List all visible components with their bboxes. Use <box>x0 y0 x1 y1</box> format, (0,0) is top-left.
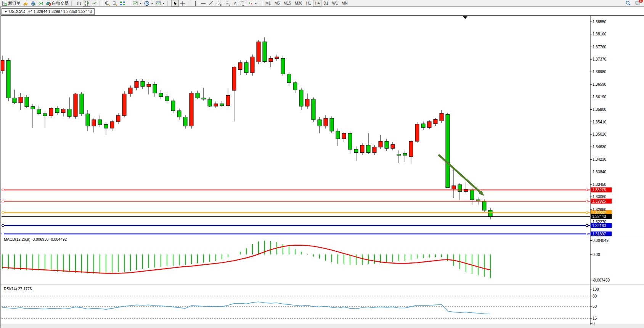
periods-button[interactable] <box>143 0 154 6</box>
horizontal-lines[interactable]: 1.332761.329251.325621.321601.318971.324… <box>2 187 612 236</box>
timeframe-h1-button[interactable]: H1 <box>304 0 313 6</box>
zoom-in-button[interactable] <box>103 0 111 6</box>
svg-text:1.37760: 1.37760 <box>593 45 607 49</box>
svg-text:0.00: 0.00 <box>593 253 600 257</box>
svg-text:50: 50 <box>593 304 597 309</box>
timeframe-d1-button[interactable]: D1 <box>321 0 330 6</box>
svg-text:A: A <box>234 1 237 6</box>
svg-text:1.38160: 1.38160 <box>593 32 607 36</box>
clock-icon <box>144 1 149 6</box>
svg-text:1.33276: 1.33276 <box>592 188 606 192</box>
horizontal-line-tool-button[interactable] <box>199 0 207 6</box>
fibonacci-tool-button[interactable]: F <box>223 0 231 6</box>
search-icon <box>625 0 631 6</box>
candlestick-chart-icon <box>84 1 89 6</box>
timeframe-mn-button[interactable]: MN <box>340 0 350 6</box>
cursor-tool-button[interactable] <box>171 0 179 6</box>
zoom-out-button[interactable] <box>111 0 119 6</box>
text-tool-icon: A <box>233 1 238 6</box>
shift-marker-icon <box>463 16 467 19</box>
svg-text:15: 15 <box>593 316 597 320</box>
fibonacci-icon: F <box>224 1 230 6</box>
terminal-icon <box>38 1 43 6</box>
tile-windows-button[interactable] <box>119 0 126 6</box>
svg-text:1.35410: 1.35410 <box>593 120 607 124</box>
toolbar-separator <box>188 1 191 6</box>
collapse-triangle-icon <box>4 11 7 13</box>
timeframe-m1-button[interactable]: M1 <box>263 0 273 6</box>
svg-text:1.33840: 1.33840 <box>593 170 607 174</box>
arrows-tool-icon <box>248 1 253 6</box>
cursor-icon <box>172 1 178 6</box>
trendline-icon <box>208 1 214 6</box>
chevron-down-icon <box>162 3 165 4</box>
macd-label: MACD(12,26,9) -0.006936 -0.004492 <box>4 237 67 242</box>
svg-text:1.35020: 1.35020 <box>593 132 607 136</box>
notification-badge: 1 <box>639 0 643 3</box>
svg-text:F: F <box>229 4 230 6</box>
svg-text:1.36590: 1.36590 <box>593 82 607 86</box>
svg-text:1.35800: 1.35800 <box>593 107 607 112</box>
svg-text:E: E <box>220 4 222 6</box>
new-order-button[interactable]: 新订单 <box>1 0 22 6</box>
equidistant-channel-tool-button[interactable]: E <box>215 0 223 6</box>
svg-text:1.31897: 1.31897 <box>592 232 606 236</box>
macd-pane: MACD(12,26,9) -0.006936 -0.0044920.00404… <box>2 237 610 282</box>
toolbar-separator <box>167 1 170 6</box>
timeframe-w1-button[interactable]: W1 <box>330 0 340 6</box>
timeframe-m5-button[interactable]: M5 <box>273 0 282 6</box>
market-watch-button[interactable] <box>22 0 29 6</box>
crosshair-tool-button[interactable] <box>179 0 186 6</box>
market-watch-icon <box>23 1 28 6</box>
text-label-tool-icon: T <box>240 1 246 6</box>
svg-text:1.32443: 1.32443 <box>592 214 606 219</box>
templates-button[interactable] <box>154 0 166 6</box>
toolbar-separator <box>128 1 131 6</box>
svg-text:0.004049: 0.004049 <box>593 238 609 243</box>
mt4-window: 新订单 <box>0 0 644 328</box>
svg-text:1.38550: 1.38550 <box>593 20 607 24</box>
text-label-tool-button[interactable]: T <box>239 0 247 6</box>
bar-chart-icon <box>76 1 82 6</box>
new-order-label: 新订单 <box>8 0 21 6</box>
indicators-icon <box>133 1 138 6</box>
vertical-line-tool-button[interactable] <box>192 0 199 6</box>
bar-chart-type-button[interactable] <box>75 0 83 6</box>
tile-windows-icon <box>120 1 125 6</box>
svg-text:1.36190: 1.36190 <box>593 95 607 99</box>
auto-trading-button[interactable]: 自动交易 <box>45 0 70 6</box>
navigator-button[interactable] <box>29 0 37 6</box>
svg-text:1.34230: 1.34230 <box>593 157 607 162</box>
timeframe-h4-button[interactable]: H4 <box>313 0 322 6</box>
terminal-button[interactable] <box>37 0 45 6</box>
toolbar-separator <box>100 1 103 6</box>
price-chart[interactable]: 1.332761.329251.325621.321601.318971.324… <box>1 7 644 328</box>
price-axis[interactable]: 1.385501.381601.377601.373701.369801.365… <box>590 20 607 224</box>
timeframe-m30-button[interactable]: M30 <box>293 0 304 6</box>
svg-text:100: 100 <box>593 287 599 291</box>
auto-trading-icon <box>46 1 51 6</box>
trendline-tool-button[interactable] <box>207 0 215 6</box>
text-tool-button[interactable]: A <box>231 0 239 6</box>
search-button[interactable] <box>624 0 632 6</box>
vertical-line-icon <box>193 1 198 6</box>
svg-text:1.34630: 1.34630 <box>593 145 607 149</box>
svg-text:1.32925: 1.32925 <box>592 199 606 203</box>
toolbar: 新订单 <box>0 0 644 7</box>
status-strip <box>1 325 644 328</box>
svg-text:1.32660: 1.32660 <box>593 208 607 212</box>
line-chart-type-button[interactable] <box>90 0 98 6</box>
zoom-out-icon <box>112 1 117 6</box>
candlestick-chart-type-button[interactable] <box>83 0 90 6</box>
timeframe-m15-button[interactable]: M15 <box>282 0 293 6</box>
arrows-tool-button[interactable] <box>247 0 258 6</box>
indicators-button[interactable] <box>132 0 143 6</box>
horizontal-line-icon <box>201 1 206 6</box>
candles <box>1 37 492 219</box>
rsi-line <box>2 302 490 314</box>
notifications-button[interactable]: 1 <box>634 0 642 6</box>
svg-text:-0.007459: -0.007459 <box>593 278 610 282</box>
templates-icon <box>156 1 161 6</box>
svg-text:1.37370: 1.37370 <box>593 57 607 61</box>
chart-ohlc-box[interactable]: USDCAD-,H4 1.32644 1.32987 1.32350 1.324… <box>2 8 95 15</box>
